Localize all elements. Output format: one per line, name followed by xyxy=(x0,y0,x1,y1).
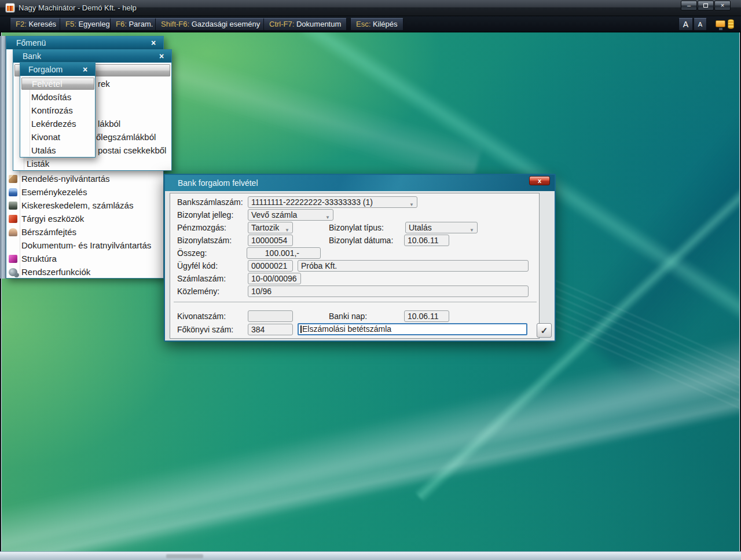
fomenu-title-bar: Főmenü × xyxy=(6,36,163,50)
forgalom-item-felvetel-selected[interactable]: Felvétel xyxy=(21,78,94,90)
kivonatszam-input[interactable] xyxy=(248,310,293,322)
app-icon xyxy=(5,3,15,13)
forgalom-item-kivonat[interactable]: Kivonat xyxy=(31,131,95,144)
penzmozgas-dropdown[interactable]: Tartozik▼ xyxy=(248,222,293,233)
menubar-button-gazdasagi-esemeny[interactable]: Shift-F6: Gazdasági esemény xyxy=(155,18,266,31)
chevron-down-icon: ▼ xyxy=(409,200,414,208)
package-icon xyxy=(9,175,17,183)
function-key-bar: F2: Keresés F5: Egyenleg F6: Param. Shif… xyxy=(0,16,741,32)
monitor-icon[interactable] xyxy=(716,20,725,27)
bizonylat-tipus-dropdown[interactable]: Utalás▼ xyxy=(405,222,478,233)
fomenu-item-kiskereskedelem[interactable]: Kiskereskedelem, számlázás xyxy=(6,199,163,213)
fokonyvi-szam-input[interactable] xyxy=(248,324,293,335)
dialog-close-button[interactable]: x xyxy=(529,176,550,185)
bizonylatszam-label: Bizonylatszám: xyxy=(177,236,232,245)
dialog-form-panel: Bankszámlaszám: 11111111-22222222-333333… xyxy=(170,193,540,339)
fokonyvi-megnevezes-input[interactable]: Elszámolási betétszámla xyxy=(298,323,527,335)
bank-menu-item-partial[interactable]: rek xyxy=(98,78,170,91)
menubar-button-dokumentum[interactable]: Ctrl-F7: Dokumentum xyxy=(263,18,347,31)
fomenu-window-edge xyxy=(0,36,6,279)
database-icon[interactable] xyxy=(728,19,734,29)
bizonylat-jelleg-dropdown[interactable]: Vevő számla▼ xyxy=(248,209,333,221)
forgalom-title: Forgalom xyxy=(28,65,63,74)
bankszamlaszam-dropdown[interactable]: 11111111-22222222-33333333 (1)▼ xyxy=(248,196,417,208)
forgalom-item-utalas[interactable]: Utalás xyxy=(31,144,95,158)
ugyfel-nev-input[interactable] xyxy=(298,260,529,272)
title-bar: Nagy Machinátor - Demó Kft. - help – × xyxy=(0,0,741,16)
banki-nap-input[interactable] xyxy=(404,310,449,322)
menubar-button-kereses[interactable]: F2: Keresés xyxy=(10,18,62,31)
bankszamlaszam-label: Bankszámlaszám: xyxy=(177,197,243,207)
status-text-smudge xyxy=(166,554,203,558)
text-caret xyxy=(300,325,302,333)
dialog-title-bar: Bank forgalom felvétel x xyxy=(165,175,555,191)
close-icon: x xyxy=(538,177,541,184)
fomenu-item-rendszerfunkciok[interactable]: Rendszerfunkciók xyxy=(6,266,163,279)
bizonylatszam-input[interactable] xyxy=(248,235,293,246)
close-button[interactable]: × xyxy=(714,1,731,10)
payroll-icon xyxy=(9,228,17,236)
bizonylat-datuma-label: Bizonylat dátuma: xyxy=(329,236,393,245)
close-icon: × xyxy=(721,2,724,9)
banki-nap-label: Banki nap: xyxy=(329,312,367,321)
bizonylat-tipus-label: Bizonylat típus: xyxy=(329,223,384,232)
dialog-title: Bank forgalom felvétel xyxy=(178,178,258,188)
bizonylat-datuma-input[interactable] xyxy=(404,235,449,246)
fomenu-close-icon[interactable]: × xyxy=(148,38,159,48)
bank-menu-item-listak[interactable]: Listák xyxy=(27,158,170,171)
menubar-button-kilepes[interactable]: Esc: Kilépés xyxy=(350,18,403,31)
osszeg-label: Összeg: xyxy=(177,248,207,258)
status-bar xyxy=(0,551,741,560)
application-window: Nagy Machinátor - Demó Kft. - help – × F… xyxy=(0,0,741,560)
ugyfel-kod-input[interactable] xyxy=(248,260,293,272)
fomenu-title: Főmenü xyxy=(16,38,46,47)
fomenu-item-berszamfejtes[interactable]: Bérszámfejtés xyxy=(6,226,163,239)
menubar-button-param[interactable]: F6: Param. xyxy=(110,18,159,31)
szamlaszam-input[interactable] xyxy=(248,273,301,284)
chevron-down-icon: ▼ xyxy=(285,225,289,233)
forgalom-item-modositas[interactable]: Módosítás xyxy=(31,91,95,104)
bank-title: Bank xyxy=(23,52,41,61)
confirm-button[interactable]: ✓ xyxy=(537,323,552,338)
font-size-decrease-button[interactable]: A xyxy=(694,18,707,31)
chevron-down-icon: ▼ xyxy=(469,225,474,233)
font-size-increase-button[interactable]: A xyxy=(678,18,693,31)
checkmark-icon: ✓ xyxy=(541,325,548,335)
chevron-down-icon: ▼ xyxy=(325,213,330,221)
ugyfel-kod-label: Ügyfél kód: xyxy=(177,261,218,270)
window-title: Nagy Machinátor - Demó Kft. - help xyxy=(19,3,137,12)
person-icon xyxy=(9,188,17,196)
kozlemeny-label: Közlemény: xyxy=(177,287,219,296)
separator xyxy=(174,302,537,302)
forgalom-title-bar: Forgalom × xyxy=(20,63,95,76)
kivonatszam-label: Kivonatszám: xyxy=(177,312,226,321)
bank-menu-item-partial[interactable]: lákból xyxy=(98,118,170,131)
gears-icon xyxy=(9,268,17,276)
minimize-button[interactable]: – xyxy=(681,1,697,10)
maximize-button[interactable] xyxy=(698,1,714,10)
osszeg-input[interactable] xyxy=(247,247,321,259)
forgalom-item-lekerdezes[interactable]: Lekérdezés xyxy=(31,118,95,131)
fokonyvi-szam-label: Főkönyvi szám: xyxy=(177,325,233,334)
forgalom-item-kontirozas[interactable]: Kontírozás xyxy=(31,104,95,118)
cash-register-icon xyxy=(9,202,17,210)
kozlemeny-input[interactable] xyxy=(248,286,529,297)
fomenu-item-rendeles-nyilvantartas[interactable]: Rendelés-nyilvántartás xyxy=(6,173,163,186)
minimize-icon: – xyxy=(687,2,691,9)
red-cube-icon xyxy=(9,215,17,223)
fomenu-item-struktura[interactable]: Struktúra xyxy=(6,252,163,266)
forgalom-window: Forgalom × Felvétel Módosítás Kontírozás… xyxy=(20,62,96,158)
maximize-icon xyxy=(703,3,708,8)
fomenu-item-esemenykezeles[interactable]: Eseménykezelés xyxy=(6,186,163,199)
fomenu-item-dokumentum-iratnyilvantartas[interactable]: Dokumentum- és Iratnyilvántartás xyxy=(6,239,163,252)
menubar-button-egyenleg[interactable]: F5: Egyenleg xyxy=(60,18,116,31)
forgalom-close-icon[interactable]: × xyxy=(80,64,90,75)
bizonylat-jelleg-label: Bizonylat jelleg: xyxy=(177,210,233,219)
bank-menu-item-partial[interactable]: őlegszámlákból xyxy=(96,131,170,144)
bank-close-icon[interactable]: × xyxy=(156,51,167,61)
szamlaszam-label: Számlaszám: xyxy=(177,274,226,283)
bank-forgalom-felvetel-dialog: Bank forgalom felvétel x Bankszámlaszám:… xyxy=(164,174,556,342)
fomenu-item-targyi-eszkozok[interactable]: Tárgyi eszközök xyxy=(6,213,163,226)
penzmozgas-label: Pénzmozgás: xyxy=(177,223,226,232)
bank-menu-item-partial[interactable]: postai csekkekből xyxy=(98,144,170,158)
